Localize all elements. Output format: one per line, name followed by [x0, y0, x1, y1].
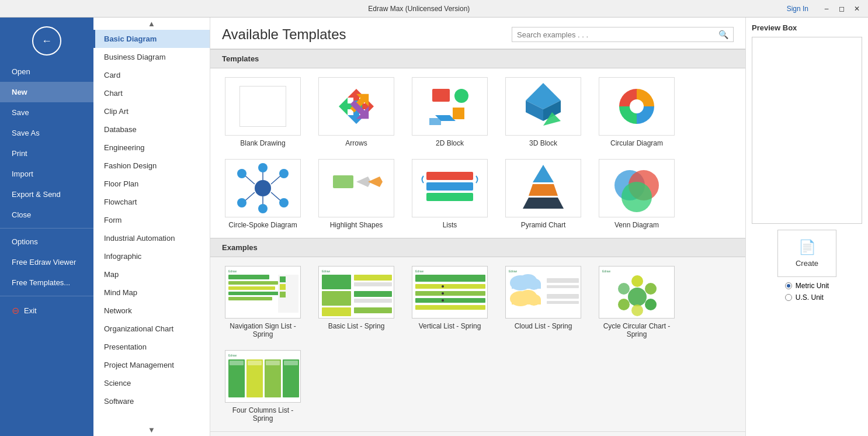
search-input[interactable]	[517, 30, 718, 39]
category-item-industrial-automation[interactable]: Industrial Automation	[93, 229, 210, 247]
app-body: ← Open New Save Save As Print Import Exp…	[0, 18, 868, 436]
example-cloud-list[interactable]: Edraw	[502, 266, 584, 338]
category-item-infographic[interactable]: Infographic	[93, 247, 210, 265]
category-scroll-up[interactable]: ▲	[93, 18, 210, 30]
template-label-3d-block: 3D Block	[529, 139, 557, 147]
category-item-mind-map[interactable]: Mind Map	[93, 283, 210, 302]
category-item-business-diagram[interactable]: Business Diagram	[93, 48, 210, 66]
category-item-project-management[interactable]: Project Management	[93, 356, 210, 374]
template-label-pyramid: Pyramid Chart	[521, 221, 566, 229]
back-button[interactable]: ←	[32, 26, 61, 56]
category-item-clip-art[interactable]: Clip Art	[93, 102, 210, 120]
example-cycle-circular[interactable]: Edraw Cycle Circular Chart - Sp	[596, 266, 678, 338]
template-3d-block[interactable]: 3D Block	[502, 77, 584, 147]
example-label-cycle-circular: Cycle Circular Chart - Spring	[596, 322, 678, 338]
category-item-chart[interactable]: Chart	[93, 84, 210, 102]
sidebar-item-options[interactable]: Options	[0, 231, 93, 252]
svg-rect-85	[547, 301, 579, 304]
template-venn-diagram[interactable]: Venn Diagram	[596, 159, 678, 229]
svg-rect-54	[322, 275, 351, 289]
window-title: Edraw Max (Unlicensed Version)	[51, 5, 787, 13]
svg-rect-82	[547, 278, 579, 283]
svg-point-88	[628, 288, 647, 306]
category-scroll-down[interactable]: ▼	[93, 424, 210, 436]
svg-rect-83	[547, 285, 579, 288]
example-vertical-list[interactable]: Edraw Vertical List - Spring	[409, 266, 491, 338]
svg-point-92	[631, 304, 643, 316]
svg-rect-51	[280, 292, 286, 297]
sidebar-item-export-send[interactable]: Export & Send	[0, 184, 93, 205]
create-file-icon: 📄	[798, 239, 816, 255]
category-item-card[interactable]: Card	[93, 66, 210, 84]
template-circle-spoke[interactable]: Circle-Spoke Diagram	[222, 159, 304, 229]
metric-unit-option[interactable]: Metric Unit	[785, 282, 829, 290]
svg-rect-56	[354, 282, 392, 286]
svg-rect-32	[426, 172, 473, 180]
example-thumb-basic-list: Edraw	[318, 266, 394, 319]
category-item-presentation[interactable]: Presentation	[93, 338, 210, 356]
template-blank-drawing[interactable]: Blank Drawing	[222, 77, 304, 147]
sidebar-item-import[interactable]: Import	[0, 164, 93, 184]
template-highlight-shapes[interactable]: Highlight Shapes	[315, 159, 397, 229]
search-icon[interactable]: 🔍	[718, 30, 728, 39]
example-nav-sign-list[interactable]: Edraw Navigation Sign List - Sp	[222, 266, 304, 338]
sign-in-link[interactable]: Sign In	[787, 5, 808, 13]
template-thumb-arrows	[318, 77, 394, 136]
svg-point-94	[618, 283, 630, 295]
category-item-org-chart[interactable]: Organizational Chart	[93, 320, 210, 338]
sidebar-item-print[interactable]: Print	[0, 143, 93, 164]
category-item-map[interactable]: Map	[93, 265, 210, 283]
sidebar-menu: Open New Save Save As Print Import Expor…	[0, 61, 93, 322]
example-thumb-cycle-circular: Edraw	[599, 266, 675, 319]
sidebar-item-free-templates[interactable]: Free Templates...	[0, 272, 93, 293]
svg-rect-71	[442, 299, 444, 302]
template-lists[interactable]: Lists	[409, 159, 491, 229]
category-item-network[interactable]: Network	[93, 302, 210, 320]
template-arrows[interactable]: Arrows	[315, 77, 397, 147]
restore-button[interactable]: ◻	[835, 2, 848, 15]
exit-button[interactable]: ⊖ Exit	[0, 299, 93, 322]
category-item-engineering[interactable]: Engineering	[93, 139, 210, 157]
template-thumb-3d-block	[505, 77, 581, 136]
svg-rect-101	[230, 361, 244, 365]
category-item-floor-plan[interactable]: Floor Plan	[93, 175, 210, 193]
create-button[interactable]: 📄 Create	[777, 230, 836, 277]
sidebar-item-close[interactable]: Close	[0, 205, 93, 225]
create-label: Create	[796, 259, 818, 268]
category-item-database[interactable]: Database	[93, 120, 210, 139]
svg-rect-65	[415, 284, 485, 289]
svg-rect-58	[354, 291, 392, 297]
template-circular-diagram[interactable]: Circular Diagram	[596, 77, 678, 147]
svg-rect-66	[415, 291, 485, 296]
metric-radio[interactable]	[785, 282, 792, 289]
svg-rect-50	[280, 284, 286, 290]
category-item-flowchart[interactable]: Flowchart	[93, 193, 210, 211]
template-pyramid-chart[interactable]: Pyramid Chart	[502, 159, 584, 229]
sidebar-item-new[interactable]: New	[0, 82, 93, 102]
category-item-science[interactable]: Science	[93, 374, 210, 392]
example-basic-list[interactable]: Edraw Basic List - Spring	[315, 266, 397, 338]
template-2d-block[interactable]: 2D Block	[409, 77, 491, 147]
category-item-basic-diagram[interactable]: Basic Diagram	[93, 30, 210, 48]
template-thumb-circle-spoke	[225, 159, 301, 217]
arrows-icon	[327, 83, 386, 130]
svg-point-26	[237, 198, 246, 207]
us-unit-option[interactable]: U.S. Unit	[785, 293, 829, 302]
us-radio[interactable]	[785, 294, 792, 301]
sidebar-item-free-edraw[interactable]: Free Edraw Viewer	[0, 252, 93, 272]
category-item-form[interactable]: Form	[93, 211, 210, 229]
sidebar-item-save-as[interactable]: Save As	[0, 123, 93, 143]
svg-marker-8	[453, 108, 464, 119]
close-button[interactable]: ✕	[850, 2, 863, 15]
sidebar-item-save[interactable]: Save	[0, 102, 93, 123]
cloud-list-preview: Edraw	[506, 267, 581, 319]
example-four-columns[interactable]: Edraw Four Columns List - Spring	[222, 350, 304, 423]
svg-rect-46	[228, 292, 281, 295]
minimize-button[interactable]: –	[820, 2, 833, 15]
example-label-basic-list: Basic List - Spring	[328, 322, 385, 330]
category-item-fashion-design[interactable]: Fashion Design	[93, 157, 210, 175]
sidebar-item-open[interactable]: Open	[0, 61, 93, 82]
svg-rect-44	[228, 281, 278, 285]
category-item-software[interactable]: Software	[93, 392, 210, 410]
example-thumb-four-columns: Edraw	[225, 350, 301, 403]
